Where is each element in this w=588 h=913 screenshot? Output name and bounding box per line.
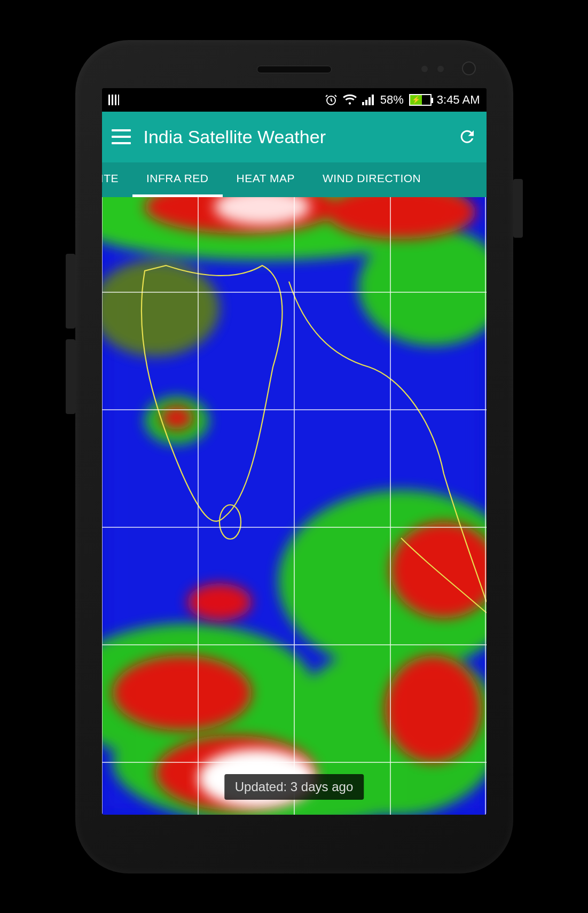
front-camera [462, 61, 476, 75]
volume-down-button [66, 339, 75, 414]
svg-rect-2 [365, 100, 367, 105]
svg-rect-3 [369, 97, 371, 105]
volume-up-button [66, 254, 75, 329]
phone-frame: 58% ⚡ 3:45 AM India Satellite Weather OS… [75, 40, 513, 873]
notification-icon [108, 95, 119, 105]
menu-icon[interactable] [112, 129, 131, 144]
satellite-map[interactable]: Updated: 3 days ago [102, 197, 487, 815]
tab-heatmap[interactable]: HEAT MAP [223, 162, 309, 197]
tab-infrared[interactable]: INFRA RED [132, 162, 223, 197]
svg-rect-4 [372, 95, 374, 105]
signal-icon [362, 95, 375, 105]
status-time: 3:45 AM [437, 93, 480, 107]
wifi-icon [343, 94, 357, 106]
tab-wind[interactable]: WIND DIRECTION [309, 162, 435, 197]
refresh-icon[interactable] [458, 127, 477, 146]
alarm-icon [325, 93, 338, 106]
svg-rect-1 [362, 102, 364, 105]
battery-percent: 58% [380, 93, 404, 107]
power-button [513, 179, 523, 238]
tab-bar: OSITE INFRA RED HEAT MAP WIND DIRECTION [102, 162, 487, 197]
earpiece [257, 66, 332, 73]
tab-composite[interactable]: OSITE [102, 162, 133, 197]
battery-icon: ⚡ [409, 94, 432, 106]
screen: 58% ⚡ 3:45 AM India Satellite Weather OS… [102, 88, 487, 815]
svg-point-18 [113, 656, 252, 730]
app-title: India Satellite Weather [144, 127, 445, 147]
app-bar: India Satellite Weather [102, 112, 487, 162]
sensors [421, 66, 444, 72]
svg-point-20 [385, 656, 481, 762]
status-bar: 58% ⚡ 3:45 AM [102, 88, 487, 112]
update-toast: Updated: 3 days ago [224, 774, 364, 800]
svg-point-22 [187, 583, 252, 621]
